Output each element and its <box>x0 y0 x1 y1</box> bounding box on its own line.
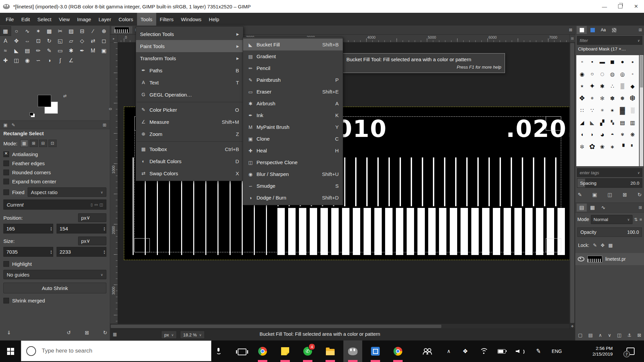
close-button[interactable]: ✕ <box>628 0 644 13</box>
menu-item-gegl-operation[interactable]: G GEGL Operation… <box>136 88 243 101</box>
landscape-icon[interactable]: ▭ <box>94 203 98 207</box>
menu-item-pencil[interactable]: ✏ Pencil <box>243 62 343 74</box>
brush-item[interactable]: ❖ <box>577 92 587 104</box>
brush-item[interactable]: ✱ <box>597 80 607 92</box>
brush-item[interactable]: ◓ <box>607 129 617 141</box>
menu-item-mypaint-brush[interactable]: M MyPaint Brush Y <box>243 121 343 133</box>
tab-channels[interactable]: ▦ <box>587 204 598 212</box>
aspect-swap-icon[interactable]: ◫ <box>100 203 103 207</box>
brush-item[interactable]: ✴ <box>607 104 617 116</box>
tool-scale[interactable]: ◱ <box>55 36 66 46</box>
tool-ink[interactable]: ✒ <box>77 46 88 56</box>
delete-tool-preset-icon[interactable]: ⊠ <box>85 330 89 336</box>
mode-add-button[interactable]: ⊞ <box>30 140 38 147</box>
tool-flip[interactable]: ⇄ <box>88 36 99 46</box>
taskbar-sticky-notes[interactable] <box>276 340 295 362</box>
brush-item[interactable]: ▪ <box>587 56 597 68</box>
menubar-colors[interactable]: Colors <box>115 13 137 26</box>
tool-color-picker[interactable]: ∕ <box>88 26 99 36</box>
portrait-icon[interactable]: ▯ <box>91 203 93 207</box>
brush-item[interactable]: ✻ <box>597 92 607 104</box>
selection-handle-top-right[interactable] <box>546 116 561 131</box>
duplicate-brush-icon[interactable]: ◫ <box>608 192 612 198</box>
menu-item-paint-tools[interactable]: Paint Tools ▶ <box>136 40 243 52</box>
tool-perspective[interactable]: ◇ <box>77 36 88 46</box>
mode-intersect-button[interactable]: ⊡ <box>48 140 57 147</box>
menu-item-color-picker[interactable]: ✎ Color Picker O <box>136 104 243 116</box>
horizontal-scrollbar-thumb[interactable] <box>111 325 441 328</box>
people-button[interactable] <box>421 340 434 362</box>
position-x-spinner[interactable]: 165 ▴▾ <box>3 224 53 233</box>
lock-alpha-icon[interactable]: ▩ <box>608 243 613 248</box>
tool-scissors-select[interactable]: ✂ <box>55 26 66 36</box>
menu-item-eraser[interactable]: ▭ Eraser Shift+E <box>243 86 343 98</box>
guides-dropdown[interactable]: No guides ∨ <box>3 270 106 279</box>
taskbar-chrome[interactable] <box>253 340 272 362</box>
taskbar-whatsapp[interactable]: ✆ 4 <box>298 340 317 362</box>
tool-gradient[interactable]: ▤ <box>22 46 33 56</box>
mode-menu-icon[interactable]: ≡ <box>639 217 642 222</box>
tool-move[interactable]: ✥ <box>11 36 22 46</box>
tool-clone[interactable]: ▣ <box>99 46 110 56</box>
brush-item[interactable]: ● <box>628 56 638 68</box>
fixed-checkbox[interactable] <box>3 189 9 195</box>
taskbar-search[interactable] <box>21 340 211 361</box>
menubar-file[interactable]: File <box>2 13 18 26</box>
brush-item[interactable]: ✦ <box>587 80 597 92</box>
tool-options-edit-icon[interactable]: ✎ <box>11 122 15 128</box>
default-colors-icon[interactable] <box>30 112 33 116</box>
menu-item-blur-sharpen[interactable]: ◉ Blur / Sharpen Shift+U <box>243 168 343 180</box>
highlight-checkbox[interactable]: Highlight <box>3 259 106 268</box>
brush-item[interactable]: ∴ <box>607 80 617 92</box>
vertical-scrollbar-thumb[interactable] <box>570 43 574 323</box>
brush-item[interactable]: ▥ <box>628 116 638 129</box>
image-tab[interactable] <box>111 26 132 34</box>
brush-item[interactable]: ◢ <box>577 116 587 129</box>
brush-item[interactable]: ▚ <box>607 116 617 129</box>
menu-item-swap-colors[interactable]: ⇄ Swap Colors X <box>136 167 243 179</box>
menu-item-zoom[interactable]: ⊕ Zoom Z <box>136 128 243 140</box>
mode-switch-icon[interactable]: ⇅ <box>634 217 638 222</box>
position-unit-dropdown[interactable]: px ∨ <box>78 213 106 222</box>
brush-item[interactable]: ◍ <box>607 68 617 80</box>
anchor-layer-icon[interactable]: ⚓ <box>627 332 632 338</box>
visibility-eye-icon[interactable] <box>578 257 584 261</box>
menu-item-toolbox[interactable]: ▦ Toolbox Ctrl+B <box>136 143 243 155</box>
delete-brush-icon[interactable]: ⊠ <box>623 192 627 198</box>
tool-measure[interactable]: ∠ <box>66 56 77 65</box>
menubar-image[interactable]: Image <box>73 13 95 26</box>
brush-item[interactable]: ◕ <box>597 129 607 141</box>
spinner-arrows-icon[interactable]: ▴▾ <box>104 250 105 254</box>
layer-row[interactable]: linetest.pr <box>575 253 644 265</box>
brush-item[interactable]: ▘ <box>628 141 638 153</box>
brush-item[interactable]: ∗ <box>607 141 617 153</box>
brush-item[interactable]: ■ <box>607 56 617 68</box>
brush-item[interactable]: ░ <box>628 104 638 116</box>
tool-shear[interactable]: ▱ <box>66 36 77 46</box>
shrink-merged-checkbox[interactable]: Shrink merged <box>3 296 106 305</box>
tab-patterns[interactable] <box>587 26 598 34</box>
brush-item[interactable]: ✽ <box>607 92 617 104</box>
navigation-icon[interactable]: ✥ <box>569 324 575 329</box>
brush-item[interactable]: ◦ <box>628 68 638 80</box>
tab-layers[interactable]: ▤ <box>577 204 587 212</box>
tool-rectangle-select[interactable]: ▦ <box>0 26 11 36</box>
brush-item[interactable]: ✵ <box>587 92 597 104</box>
brush-item[interactable]: ◎ <box>617 68 628 80</box>
restore-button[interactable] <box>612 0 628 13</box>
tool-free-select[interactable]: ∿ <box>22 26 33 36</box>
brush-item[interactable]: ∵ <box>587 104 597 116</box>
menu-item-perspective-clone[interactable]: ◫ Perspective Clone <box>243 156 343 168</box>
menu-item-default-colors[interactable]: ◐ Default Colors D <box>136 155 243 167</box>
tool-cage-transform[interactable]: ◻ <box>99 36 110 46</box>
tool-select-by-color[interactable]: ▩ <box>44 26 55 36</box>
delete-layer-icon[interactable]: ⊠ <box>637 332 641 338</box>
brush-item[interactable]: ◖ <box>577 129 587 141</box>
tool-smudge[interactable]: ∽ <box>33 56 44 65</box>
selection-handle-bottom-left[interactable] <box>134 238 150 252</box>
brush-grid-scrollbar[interactable] <box>640 55 643 166</box>
antialiasing-checkbox[interactable]: Antialiasing <box>3 150 106 159</box>
zoom-select[interactable]: 18.2 % ∨ <box>180 331 205 339</box>
tool-dodge-burn[interactable]: ◑ <box>44 56 55 65</box>
layer-mode-dropdown[interactable]: Normal ∨ <box>591 215 632 224</box>
